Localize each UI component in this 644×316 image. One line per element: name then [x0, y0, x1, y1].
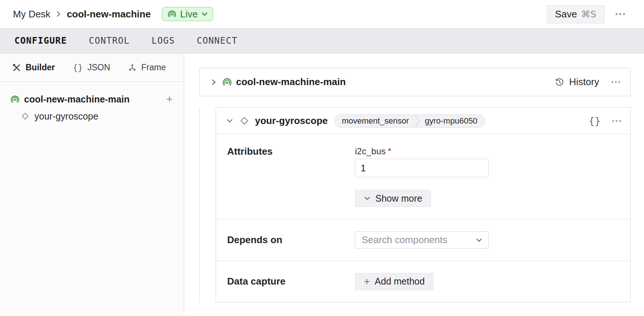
badge-divider-chevron-icon	[415, 114, 420, 128]
component-card-header: your-gyroscope movement_sensor gyro-mpu6…	[216, 108, 630, 134]
tab-logs[interactable]: LOGS	[152, 36, 175, 46]
chevron-down-icon	[476, 238, 482, 242]
depends-on-section: Depends on Search components	[216, 219, 630, 260]
broadcast-icon	[167, 10, 176, 19]
chevron-down-icon	[226, 118, 233, 123]
component-card: your-gyroscope movement_sensor gyro-mpu6…	[216, 107, 631, 302]
frame-axes-icon	[128, 63, 137, 72]
required-asterisk: *	[388, 146, 391, 156]
component-card-menu-button[interactable]	[612, 120, 621, 122]
machine-card-title: cool-new-machine-main	[236, 76, 346, 88]
breadcrumb-machine-name: cool-new-machine	[67, 9, 151, 20]
show-more-button[interactable]: Show more	[355, 190, 431, 207]
content-area: Builder {} JSON Frame	[0, 54, 644, 316]
broadcast-icon	[10, 95, 20, 104]
diamond-icon	[21, 112, 29, 120]
data-capture-section: Data capture + Add method	[216, 260, 630, 302]
chevron-down-icon	[364, 196, 371, 201]
history-button[interactable]: History	[555, 76, 599, 88]
history-label: History	[569, 76, 599, 88]
add-component-button[interactable]: +	[166, 94, 173, 105]
depends-on-placeholder: Search components	[362, 234, 447, 246]
status-label: Live	[180, 9, 198, 20]
view-json-button[interactable]: {}	[588, 115, 601, 127]
save-button[interactable]: Save ⌘S	[547, 5, 604, 23]
mode-frame[interactable]: Frame	[128, 63, 166, 73]
mode-builder[interactable]: Builder	[12, 63, 55, 73]
depends-on-section-label: Depends on	[227, 234, 355, 246]
add-method-button[interactable]: + Add method	[355, 273, 434, 290]
tree-item-machine-main[interactable]: cool-new-machine-main +	[0, 91, 184, 108]
component-card-indent-wrapper: your-gyroscope movement_sensor gyro-mpu6…	[199, 107, 631, 302]
tree-item-label: your-gyroscope	[34, 111, 98, 122]
plus-icon: +	[364, 276, 370, 287]
i2c-bus-input[interactable]	[355, 159, 489, 177]
ellipsis-icon	[611, 81, 621, 84]
tab-connect[interactable]: CONNECT	[197, 36, 238, 46]
top-bar: My Desk cool-new-machine Live Save ⌘S	[0, 0, 644, 28]
tools-icon	[12, 63, 21, 72]
mode-builder-label: Builder	[26, 63, 55, 73]
expand-machine-card-button[interactable]	[210, 78, 217, 86]
breadcrumb-root[interactable]: My Desk	[13, 9, 50, 20]
save-shortcut: ⌘S	[581, 9, 596, 20]
i2c-bus-field-label: i2c_bus*	[355, 146, 489, 157]
machine-part-card: cool-new-machine-main History	[199, 68, 631, 96]
field-name: i2c_bus	[355, 146, 386, 156]
data-capture-section-label: Data capture	[227, 276, 355, 287]
mode-frame-label: Frame	[141, 63, 166, 73]
tab-control[interactable]: CONTROL	[89, 36, 130, 46]
topbar-overflow-menu-button[interactable]	[615, 13, 625, 16]
add-method-label: Add method	[375, 276, 425, 287]
ellipsis-icon	[615, 13, 625, 16]
machine-card-menu-button[interactable]	[611, 81, 621, 84]
mode-json[interactable]: {} JSON	[73, 63, 110, 73]
attributes-section: Attributes i2c_bus* Show more	[216, 134, 630, 219]
depends-on-select[interactable]: Search components	[355, 231, 489, 249]
component-type-label: movement_sensor	[335, 116, 415, 126]
component-model-label: gyro-mpu6050	[420, 116, 485, 126]
collapse-component-card-button[interactable]	[226, 118, 233, 123]
save-label: Save	[555, 9, 577, 20]
component-tree: cool-new-machine-main + your-gyroscope	[0, 82, 184, 125]
chevron-right-icon	[210, 78, 217, 86]
config-sidebar: Builder {} JSON Frame	[0, 54, 184, 316]
tree-item-gyroscope[interactable]: your-gyroscope	[0, 108, 184, 125]
component-card-title: your-gyroscope	[255, 115, 328, 127]
diamond-icon	[240, 116, 249, 125]
history-clock-icon	[555, 77, 564, 87]
component-type-badge: movement_sensor gyro-mpu6050	[335, 114, 485, 128]
show-more-label: Show more	[375, 193, 422, 204]
app-window: My Desk cool-new-machine Live Save ⌘S	[0, 0, 644, 316]
tab-configure[interactable]: CONFIGURE	[14, 36, 67, 46]
braces-icon: {}	[73, 63, 83, 73]
mode-json-label: JSON	[87, 63, 110, 73]
tree-item-label: cool-new-machine-main	[24, 94, 130, 105]
attributes-section-label: Attributes	[227, 146, 355, 219]
ellipsis-icon	[612, 120, 621, 122]
breadcrumb-chevron-icon	[56, 10, 62, 18]
chevron-down-icon	[202, 12, 208, 16]
config-main-panel: cool-new-machine-main History	[184, 54, 644, 316]
broadcast-icon	[222, 77, 232, 87]
attributes-controls: i2c_bus* Show more	[355, 146, 489, 219]
machine-status-badge[interactable]: Live	[162, 7, 213, 21]
sidebar-mode-switcher: Builder {} JSON Frame	[0, 54, 184, 82]
main-tab-bar: CONFIGURE CONTROL LOGS CONNECT	[0, 28, 644, 54]
